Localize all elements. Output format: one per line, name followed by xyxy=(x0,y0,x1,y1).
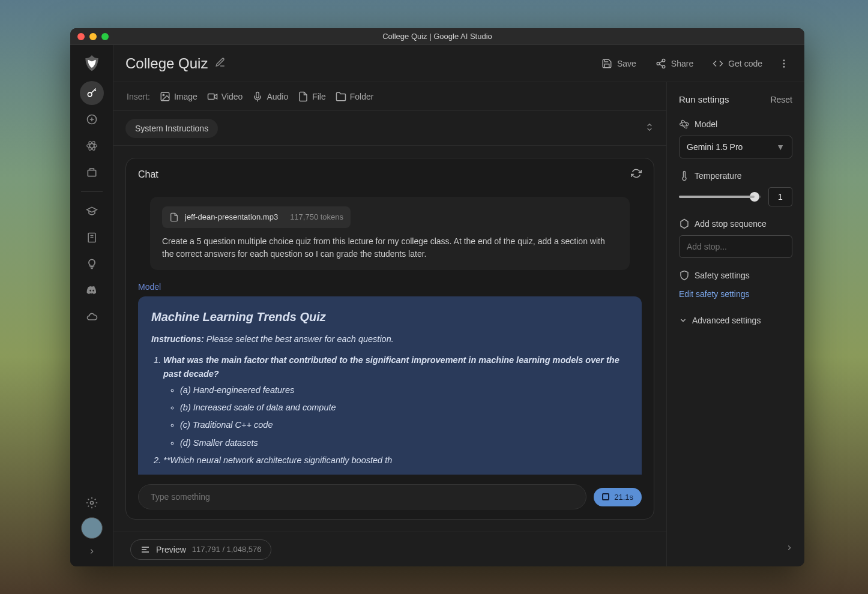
edit-title-icon[interactable] xyxy=(215,57,226,70)
collapse-settings-panel-button[interactable] xyxy=(782,540,797,558)
question-2-partial: **Which neural network architecture sign… xyxy=(163,455,392,465)
system-instructions-label: System Instructions xyxy=(135,124,208,133)
model-selected-value: Gemini 1.5 Pro xyxy=(687,142,743,152)
topbar: College Quiz Save Share Get code xyxy=(113,45,804,82)
run-settings-title: Run settings xyxy=(679,94,729,104)
user-avatar[interactable] xyxy=(81,517,103,539)
file-name: jeff-dean-presentation.mp3 xyxy=(185,211,278,223)
model-select[interactable]: Gemini 1.5 Pro ▼ xyxy=(679,136,792,158)
stop-sequence-label: Add stop sequence xyxy=(695,219,767,229)
chat-input[interactable] xyxy=(138,484,586,509)
svg-point-12 xyxy=(783,62,785,64)
file-attachment-chip[interactable]: jeff-dean-presentation.mp3 117,750 token… xyxy=(162,206,351,228)
insert-file-label: File xyxy=(312,92,326,101)
share-button[interactable]: Share xyxy=(649,55,699,73)
instructions-label: Instructions: xyxy=(151,334,204,344)
user-message: jeff-dean-presentation.mp3 117,750 token… xyxy=(150,197,630,270)
svg-point-10 xyxy=(662,65,665,68)
q1-option-a: (a) Hand-engineered features xyxy=(180,383,628,397)
sidebar-item-education[interactable] xyxy=(80,199,104,223)
insert-audio-label: Audio xyxy=(267,92,288,101)
stop-sequence-input[interactable] xyxy=(679,235,792,258)
question-1-text: What was the main factor that contribute… xyxy=(163,355,619,379)
system-instructions-collapse-icon[interactable] xyxy=(645,122,654,134)
advanced-settings-label: Advanced settings xyxy=(692,316,761,325)
sidebar-item-docs[interactable] xyxy=(80,226,104,250)
quiz-title: Machine Learning Trends Quiz xyxy=(151,307,628,326)
temperature-label: Temperature xyxy=(695,171,742,181)
sidebar-item-discord[interactable] xyxy=(80,278,104,302)
shield-icon xyxy=(679,270,690,281)
instructions-text: Please select the best answer for each q… xyxy=(206,334,394,344)
sidebar-expand-toggle[interactable] xyxy=(88,547,96,558)
divider xyxy=(81,191,103,192)
file-token-count: 117,750 tokens xyxy=(290,211,343,223)
sidebar-item-cloud[interactable] xyxy=(80,305,104,329)
window-title: College Quiz | Google AI Studio xyxy=(382,32,492,41)
insert-file-button[interactable]: File xyxy=(298,91,326,102)
get-code-label: Get code xyxy=(728,59,762,68)
insert-folder-label: Folder xyxy=(350,92,374,101)
insert-video-label: Video xyxy=(222,92,243,101)
window-maximize-button[interactable] xyxy=(101,33,109,40)
insert-video-button[interactable]: Video xyxy=(207,91,243,102)
hexagon-icon xyxy=(679,218,690,229)
sidebar-item-atom[interactable] xyxy=(80,134,104,158)
svg-rect-16 xyxy=(208,94,214,99)
svg-point-9 xyxy=(657,62,660,65)
svg-point-11 xyxy=(783,59,785,61)
svg-point-2 xyxy=(86,144,97,148)
get-code-button[interactable]: Get code xyxy=(707,55,768,73)
chat-panel: Chat jeff-dean-presentation.mp3 xyxy=(125,158,654,520)
insert-toolbar: Insert: Image Video Audio xyxy=(113,82,666,111)
more-menu-button[interactable] xyxy=(776,55,792,72)
svg-point-8 xyxy=(662,59,665,62)
insert-image-button[interactable]: Image xyxy=(160,91,197,102)
svg-point-0 xyxy=(88,92,92,97)
temperature-slider[interactable] xyxy=(679,196,761,198)
svg-rect-5 xyxy=(88,170,95,176)
share-label: Share xyxy=(671,59,693,68)
svg-point-17 xyxy=(680,122,689,126)
sidebar-item-settings[interactable] xyxy=(80,491,104,515)
slider-thumb[interactable] xyxy=(750,192,759,202)
model-response-label: Model xyxy=(138,280,642,296)
sidebar-item-new[interactable] xyxy=(80,107,104,131)
reset-settings-button[interactable]: Reset xyxy=(770,95,792,104)
app-window: College Quiz | Google AI Studio xyxy=(70,28,804,566)
sidebar-item-lightbulb[interactable] xyxy=(80,252,104,276)
system-instructions-toggle[interactable]: System Instructions xyxy=(125,119,218,138)
chat-title: Chat xyxy=(138,169,158,180)
advanced-settings-toggle[interactable]: Advanced settings xyxy=(674,307,797,334)
user-prompt-text: Create a 5 question multiple choice quiz… xyxy=(162,235,618,260)
titlebar: College Quiz | Google AI Studio xyxy=(70,28,804,45)
q1-option-b: (b) Increased scale of data and compute xyxy=(180,401,628,415)
stop-generation-button[interactable]: 21.1s xyxy=(594,488,642,506)
sidebar-item-key[interactable] xyxy=(80,81,104,105)
window-close-button[interactable] xyxy=(77,33,85,40)
svg-point-18 xyxy=(681,119,689,129)
save-button[interactable]: Save xyxy=(595,55,642,73)
insert-label: Insert: xyxy=(127,92,150,101)
insert-image-label: Image xyxy=(174,92,197,101)
sidebar-item-library[interactable] xyxy=(80,160,104,184)
safety-settings-label: Safety settings xyxy=(695,271,750,280)
window-minimize-button[interactable] xyxy=(89,33,97,40)
preview-toggle[interactable]: Preview 117,791 / 1,048,576 xyxy=(130,539,271,560)
generation-time: 21.1s xyxy=(614,493,633,502)
stop-icon xyxy=(602,493,609,500)
atom-icon xyxy=(679,119,690,130)
q1-option-c: (c) Traditional C++ code xyxy=(180,418,628,432)
chevron-down-icon xyxy=(679,316,687,325)
edit-safety-link[interactable]: Edit safety settings xyxy=(679,287,792,301)
q1-option-d: (d) Smaller datasets xyxy=(180,436,628,450)
insert-audio-button[interactable]: Audio xyxy=(252,91,288,102)
save-label: Save xyxy=(617,59,636,68)
temperature-value[interactable]: 1 xyxy=(768,187,792,206)
chat-refresh-button[interactable] xyxy=(631,168,642,181)
chevron-down-icon: ▼ xyxy=(776,142,785,152)
svg-point-7 xyxy=(90,502,93,505)
model-response: Machine Learning Trends Quiz Instruction… xyxy=(138,296,642,475)
insert-folder-button[interactable]: Folder xyxy=(336,91,374,102)
sidebar xyxy=(70,45,113,566)
